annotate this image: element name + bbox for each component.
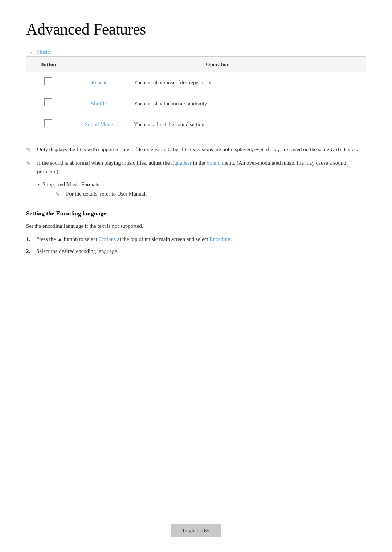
table-cell-button (26, 72, 70, 93)
sub-bullet-formats: • Supported Music Formats ✎ For the deta… (38, 180, 366, 199)
music-breadcrumb[interactable]: Music (36, 48, 366, 56)
note-icon-1: ✎ (26, 146, 34, 155)
supported-formats-item: • Supported Music Formats (38, 180, 366, 189)
step-2: 2. Select the desired encoding language. (26, 247, 366, 255)
table-cell-button (26, 93, 70, 114)
step-2-text: Select the desired encoding language. (36, 247, 118, 255)
music-table: Button Operation RepeatYou can play musi… (26, 56, 366, 135)
notes-section: ✎ Only displays the files with supported… (26, 145, 366, 199)
step-2-num: 2. (26, 247, 36, 255)
encoding-description: Set the encoding language if the text is… (26, 222, 366, 230)
note-2-text: If the sound is abnormal when playing mu… (37, 159, 366, 176)
table-header-operation: Operation (70, 56, 366, 72)
note-1: ✎ Only displays the files with supported… (26, 145, 366, 155)
note-2: ✎ If the sound is abnormal when playing … (26, 159, 366, 176)
page-footer: English - 65 (171, 524, 221, 538)
table-cell-desc: You can play music files repeatedly. (128, 72, 366, 93)
table-cell-desc: You can adjust the sound setting. (128, 114, 366, 135)
sound-link[interactable]: Sound (207, 160, 220, 166)
table-header-button: Button (26, 56, 70, 72)
encoding-link[interactable]: Encoding (209, 236, 230, 242)
step-1-num: 1. (26, 235, 36, 243)
page-title: Advanced Features (26, 17, 366, 41)
bullet-dot: • (38, 180, 40, 189)
note-icon-2: ✎ (26, 159, 34, 168)
encoding-heading: Setting the Encoding language (26, 209, 366, 218)
table-row: RepeatYou can play music files repeatedl… (26, 72, 366, 93)
options-link[interactable]: Options (99, 236, 116, 242)
table-row: Sound ModeYou can adjust the sound setti… (26, 114, 366, 135)
step-1: 1. Press the ▲ button to select Options … (26, 235, 366, 243)
note-1-text: Only displays the files with supported m… (37, 145, 358, 154)
table-cell-desc: You can play the music randomly. (128, 93, 366, 114)
table-cell-button (26, 114, 70, 135)
button-icon (44, 98, 52, 106)
page-container: Advanced Features Music Button Operation… (0, 0, 392, 288)
table-cell-label: Repeat (70, 72, 128, 93)
encoding-section: Setting the Encoding language Set the en… (26, 209, 366, 255)
sub-note-item: ✎ For the details, refer to User Manual. (55, 190, 366, 199)
music-link[interactable]: Music (36, 49, 50, 55)
step-1-text: Press the ▲ button to select Options at … (36, 235, 232, 243)
table-row: ShuffleYou can play the music randomly. (26, 93, 366, 114)
table-cell-label: Shuffle (70, 93, 128, 114)
sub-note-icon: ✎ (55, 190, 63, 199)
sub-note-text: For the details, refer to User Manual. (66, 190, 147, 198)
breadcrumb-list: Music (36, 48, 366, 56)
supported-formats-label: Supported Music Formats (42, 180, 99, 189)
button-icon (44, 77, 52, 85)
encoding-steps: 1. Press the ▲ button to select Options … (26, 235, 366, 255)
table-cell-label: Sound Mode (70, 114, 128, 135)
equaliser-link[interactable]: Equaliser (171, 160, 192, 166)
button-icon (44, 119, 52, 127)
